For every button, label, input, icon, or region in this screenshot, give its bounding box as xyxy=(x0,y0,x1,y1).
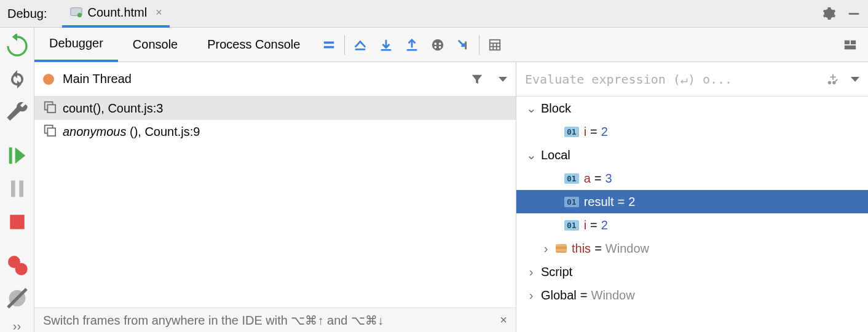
svg-rect-29 xyxy=(845,40,850,44)
frames-panel: Main Thread count(), Count.js:3 anonymou… xyxy=(34,62,516,332)
thread-selector[interactable]: Main Thread xyxy=(34,62,516,97)
debug-toolbar: Debugger Console Process Console xyxy=(34,28,868,62)
svg-rect-2 xyxy=(849,13,859,15)
svg-rect-33 xyxy=(47,105,55,113)
filter-icon[interactable] xyxy=(470,73,484,86)
svg-rect-30 xyxy=(851,40,856,44)
wrench-icon[interactable] xyxy=(5,100,30,125)
svg-rect-3 xyxy=(9,148,12,164)
primitive-badge-icon: 01 xyxy=(564,127,579,137)
variables-tree: ⌄ Block 01 i = 2 ⌄ Local 01 xyxy=(516,97,868,332)
svg-rect-24 xyxy=(490,39,500,50)
svg-rect-4 xyxy=(11,181,15,197)
variable-row[interactable]: 01 i = 2 xyxy=(516,213,868,237)
evaluate-expression-icon[interactable] xyxy=(488,38,502,52)
svg-point-18 xyxy=(432,39,443,50)
scope-global[interactable]: › Global = Window xyxy=(516,283,868,307)
scope-local[interactable]: ⌄ Local xyxy=(516,143,868,167)
frame-icon xyxy=(43,100,57,117)
view-breakpoints-button[interactable] xyxy=(5,253,30,277)
tab-console[interactable]: Console xyxy=(118,28,192,62)
chevron-down-icon[interactable] xyxy=(851,77,859,82)
svg-point-20 xyxy=(439,42,441,45)
step-into-icon[interactable] xyxy=(379,38,393,52)
show-execution-point-icon[interactable] xyxy=(322,38,336,52)
chevron-right-icon: › xyxy=(525,288,537,302)
chevron-down-icon[interactable] xyxy=(499,77,507,82)
more-icon[interactable]: ›› xyxy=(5,319,30,332)
step-over-icon[interactable] xyxy=(353,38,367,52)
variables-panel: Evaluate expression (↵) o... ⌄ Block 01 … xyxy=(516,62,868,332)
svg-point-22 xyxy=(439,45,441,48)
layout-settings-icon[interactable] xyxy=(843,38,857,52)
gear-icon[interactable] xyxy=(823,7,836,20)
run-config-name: Count.html xyxy=(88,6,148,20)
title-bar: Debug: Count.html × xyxy=(0,0,868,28)
rerun-button[interactable] xyxy=(5,34,30,58)
primitive-badge-icon: 01 xyxy=(564,197,579,207)
minimize-icon[interactable] xyxy=(847,7,861,20)
svg-point-19 xyxy=(435,42,437,45)
svg-point-38 xyxy=(829,81,831,84)
mute-breakpoints-button[interactable] xyxy=(5,286,30,310)
variable-row[interactable]: 01 i = 2 xyxy=(516,120,868,143)
svg-rect-11 xyxy=(324,41,334,44)
frame-icon xyxy=(43,124,57,140)
frame-row[interactable]: count(), Count.js:3 xyxy=(34,97,516,120)
chevron-down-icon: ⌄ xyxy=(525,101,537,116)
hint-bar: Switch frames from anywhere in the IDE w… xyxy=(34,307,516,332)
svg-point-39 xyxy=(833,81,835,84)
pause-button[interactable] xyxy=(5,176,30,201)
reload-button[interactable] xyxy=(5,67,30,92)
run-config-tab[interactable]: Count.html × xyxy=(62,0,170,28)
svg-rect-12 xyxy=(324,45,334,48)
svg-line-40 xyxy=(835,79,838,82)
svg-point-8 xyxy=(15,263,27,275)
evaluate-expression-input[interactable]: Evaluate expression (↵) o... xyxy=(525,72,815,87)
frame-row[interactable]: anonymous (), Count.js:9 xyxy=(34,120,516,143)
html-file-icon xyxy=(69,6,83,19)
tab-process-console[interactable]: Process Console xyxy=(192,28,315,62)
chevron-down-icon: ⌄ xyxy=(525,148,537,162)
svg-rect-6 xyxy=(10,215,24,229)
add-watch-icon[interactable] xyxy=(826,73,840,86)
frames-list: count(), Count.js:3 anonymous (), Count.… xyxy=(34,97,516,307)
tab-debugger[interactable]: Debugger xyxy=(34,28,118,62)
debug-side-toolbar: ›› xyxy=(0,28,34,332)
object-badge-icon xyxy=(556,244,567,253)
resume-button[interactable] xyxy=(5,143,30,168)
thread-name: Main Thread xyxy=(63,72,470,86)
debug-label: Debug: xyxy=(7,7,47,21)
step-out-icon[interactable] xyxy=(405,38,419,52)
drop-frame-icon[interactable] xyxy=(457,38,470,52)
thread-status-icon xyxy=(43,74,54,85)
chevron-right-icon: › xyxy=(540,242,552,256)
scope-block[interactable]: ⌄ Block xyxy=(516,97,868,120)
svg-point-21 xyxy=(435,45,437,48)
svg-point-1 xyxy=(77,13,81,17)
variable-row[interactable]: 01 result = 2 xyxy=(516,190,868,213)
svg-rect-35 xyxy=(47,128,55,136)
scope-script[interactable]: › Script xyxy=(516,260,868,283)
svg-rect-5 xyxy=(19,181,23,197)
frame-label: count(), Count.js:3 xyxy=(63,101,163,116)
run-to-cursor-icon[interactable] xyxy=(431,38,444,52)
variable-row[interactable]: 01 a = 3 xyxy=(516,167,868,190)
frame-label: anonymous (), Count.js:9 xyxy=(63,125,200,139)
chevron-right-icon: › xyxy=(525,265,537,279)
close-icon[interactable]: × xyxy=(500,313,507,327)
variable-row[interactable]: › this = Window xyxy=(516,237,868,260)
stop-button[interactable] xyxy=(5,210,30,234)
primitive-badge-icon: 01 xyxy=(564,173,579,184)
close-icon[interactable]: × xyxy=(156,6,162,19)
primitive-badge-icon: 01 xyxy=(564,220,579,231)
svg-rect-31 xyxy=(845,45,856,49)
hint-text: Switch frames from anywhere in the IDE w… xyxy=(43,313,384,328)
